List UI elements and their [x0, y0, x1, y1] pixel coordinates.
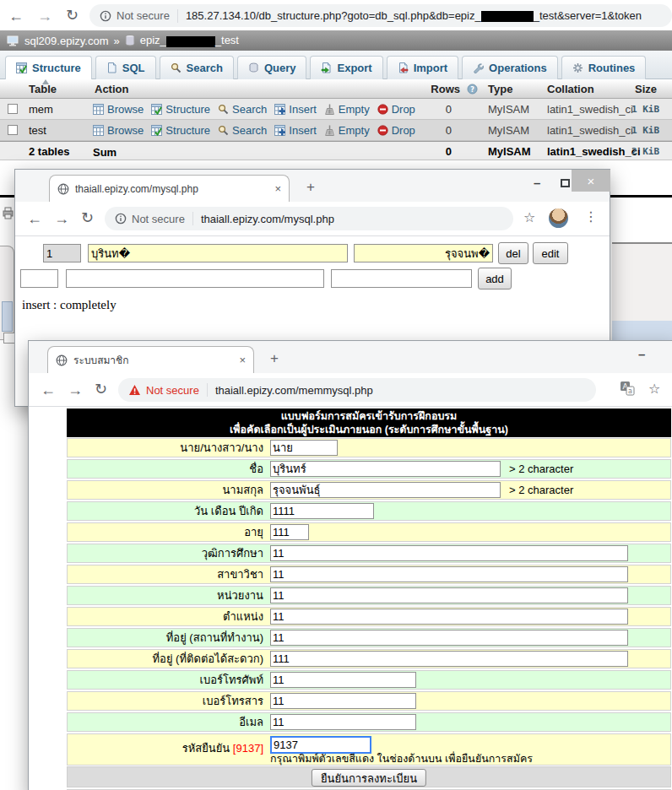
bookmark-star-icon[interactable]: ☆ [523, 211, 535, 225]
reload-icon[interactable]: ↻ [95, 381, 107, 397]
reload-icon[interactable]: ↻ [81, 210, 94, 225]
close-icon[interactable]: × [572, 170, 610, 192]
back-icon[interactable]: ← [8, 8, 24, 24]
new-tab-icon[interactable]: + [306, 180, 315, 194]
action-empty[interactable]: Empty [324, 124, 370, 137]
back-icon[interactable]: ← [41, 382, 56, 398]
table-name[interactable]: mem [29, 99, 53, 120]
submit-button[interactable]: ยืนยันการลงทะเบียน [312, 769, 426, 787]
bookmark-star-icon[interactable]: ☆ [648, 382, 660, 396]
field-label-major: สาขาวิชา [68, 565, 268, 583]
pma-tab-routines[interactable]: Routines [561, 56, 647, 79]
action-search[interactable]: Search [218, 124, 267, 137]
translate-icon[interactable]: Aa [620, 381, 635, 396]
minimize-icon[interactable]: – [638, 348, 645, 360]
w3-tab-title: ระบบสมาชิก [73, 352, 233, 368]
field-fax[interactable] [270, 693, 416, 709]
record-id-input[interactable] [43, 244, 81, 262]
forward-icon[interactable]: → [37, 8, 52, 24]
field-last-name[interactable] [270, 482, 501, 498]
del-button[interactable]: del [498, 242, 528, 264]
structure-icon [151, 125, 162, 136]
tab-close-icon[interactable]: × [239, 354, 246, 366]
field-position[interactable] [270, 609, 628, 625]
field-email[interactable] [270, 714, 416, 730]
pma-tab-operations[interactable]: Operations [462, 56, 558, 79]
field-first-name[interactable] [270, 461, 501, 477]
record-name-input[interactable] [88, 244, 348, 262]
reload-icon[interactable]: ↻ [66, 8, 79, 23]
field-phone[interactable] [270, 672, 416, 688]
action-browse[interactable]: Browse [93, 103, 144, 116]
breadcrumb-server[interactable]: sql209.epizy.com [24, 35, 108, 47]
action-structure[interactable]: Structure [151, 124, 210, 137]
action-drop[interactable]: Drop [377, 124, 415, 137]
database-icon [125, 35, 135, 46]
minimize-icon[interactable]: – [534, 176, 540, 189]
field-organization[interactable] [270, 587, 628, 603]
new-name-input[interactable] [66, 269, 324, 288]
pma-tab-sql[interactable]: SQL [95, 56, 156, 79]
field-education[interactable] [270, 545, 628, 561]
row-checkbox[interactable] [8, 125, 18, 135]
table-name[interactable]: test [29, 120, 46, 141]
new-id-input[interactable] [20, 269, 58, 288]
pma-tab-search[interactable]: Search [160, 56, 234, 79]
w2-tab-strip: thaiall.epizy.com/mysql.php × + – × [15, 170, 610, 202]
add-button[interactable]: add [478, 268, 512, 289]
field-contact-address[interactable] [270, 651, 628, 667]
profile-avatar[interactable] [549, 208, 568, 228]
help-icon[interactable]: ? [467, 84, 478, 95]
action-empty[interactable]: Empty [324, 103, 370, 116]
field-age[interactable] [270, 524, 309, 540]
action-drop[interactable]: Drop [377, 103, 415, 116]
field-major[interactable] [270, 566, 628, 582]
tab-close-icon[interactable]: × [274, 182, 281, 195]
form-title-line2: เพื่อคัดเลือกเป็นผู้ประเมินภายนอก (ระดับ… [67, 423, 671, 436]
action-structure[interactable]: Structure [151, 103, 210, 116]
col-action: Action [95, 79, 128, 99]
pma-tab-structure[interactable]: Structure [5, 56, 92, 79]
window-member-form: ระบบสมาชิก × + – ← → ↻ Not secure thaial… [28, 340, 672, 790]
info-icon[interactable] [100, 10, 111, 22]
address-bar[interactable]: Not secure thaiall.epizy.com/memmysql.ph… [118, 378, 596, 402]
new-tab-icon[interactable]: + [270, 351, 279, 365]
forward-icon[interactable]: → [54, 211, 69, 226]
w3-tab[interactable]: ระบบสมาชิก × [47, 346, 254, 373]
action-browse[interactable]: Browse [93, 124, 144, 137]
printer-icon[interactable] [2, 207, 14, 219]
pma-tab-export[interactable]: Export [310, 56, 382, 79]
new-surname-input[interactable] [331, 269, 472, 288]
verify-code-input[interactable] [270, 736, 371, 754]
maximize-icon[interactable] [561, 179, 570, 187]
not-secure-label: Not secure [117, 9, 170, 22]
pma-tab-query[interactable]: Query [237, 56, 307, 79]
warning-icon[interactable] [128, 384, 141, 396]
background-panel-right [612, 242, 672, 321]
edit-button[interactable]: edit [533, 242, 568, 264]
field-birthdate[interactable] [270, 503, 374, 519]
col-type: Type [488, 79, 512, 99]
record-surname-input[interactable] [354, 244, 493, 262]
breadcrumb-database[interactable]: epiz__test [140, 34, 239, 46]
verify-note: กรุณาพิมพ์ตัวเลขสีแดง ในช่องด้านบน เพื่อ… [270, 753, 533, 766]
action-insert[interactable]: Insert [274, 124, 317, 137]
row-checkbox[interactable] [8, 104, 18, 114]
field-work-address[interactable] [270, 630, 628, 646]
address-bar[interactable]: Not secure thaiall.epizy.com/mysql.php [105, 207, 513, 230]
forward-icon[interactable]: → [68, 382, 83, 398]
pma-tab-import[interactable]: Import [387, 56, 458, 79]
pma-tab-label: SQL [122, 62, 145, 74]
action-search[interactable]: Search [218, 103, 267, 116]
address-bar[interactable]: Not secure 185.27.134.10/db_structure.ph… [89, 4, 672, 27]
form-row-organization: หน่วยงาน [67, 586, 671, 605]
w2-tab[interactable]: thaiall.epizy.com/mysql.php × [49, 175, 290, 202]
menu-dots-icon[interactable]: ⋮ [584, 210, 598, 224]
field-prefix[interactable] [270, 440, 338, 456]
export-icon [321, 62, 332, 73]
back-icon[interactable]: ← [27, 211, 42, 226]
pma-tab-label: Structure [32, 62, 81, 74]
screen: ← → ↻ Not secure 185.27.134.10/db_struct… [0, 0, 672, 790]
action-insert[interactable]: Insert [274, 103, 317, 116]
info-icon[interactable] [115, 213, 127, 225]
